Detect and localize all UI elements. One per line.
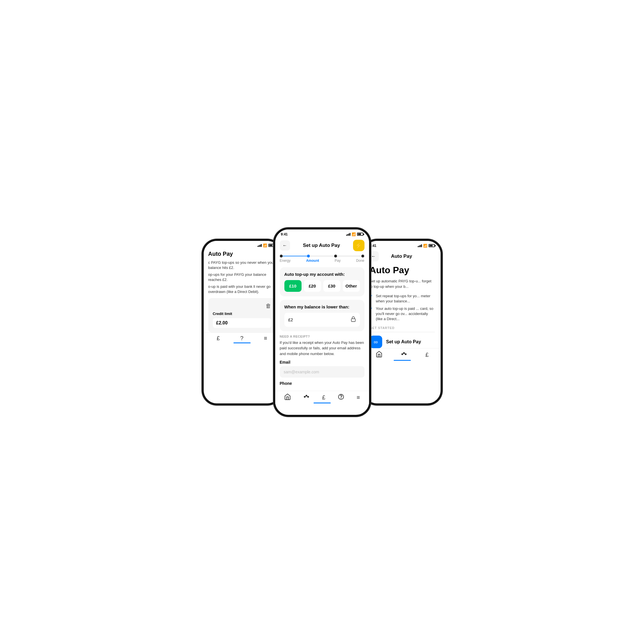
credit-limit-value: £2.00 xyxy=(213,318,271,328)
checklist-text-2: Your auto top-up is paid ... card, so yo… xyxy=(376,306,435,322)
step-label-done: Done xyxy=(356,259,364,263)
nav-balance-icon-left[interactable]: £ xyxy=(217,335,220,342)
infinity-symbol: ∞ xyxy=(374,339,378,345)
email-placeholder: sam@example.com xyxy=(284,370,319,374)
step-line-1 xyxy=(283,256,307,256)
nav-balance-icon-center[interactable]: £ xyxy=(322,394,325,401)
bottom-nav-left: £ ? ≡ xyxy=(204,332,280,344)
phone-label: Phone xyxy=(280,381,364,386)
right-phone: 9:41 📶 ← Au xyxy=(362,239,442,405)
wifi-icon-left: 📶 xyxy=(263,244,267,247)
nav-home-icon-center[interactable] xyxy=(284,393,291,402)
checklist-item-1: ✓ Set repeat top-ups for yo... meter whe… xyxy=(370,294,435,304)
nav-menu-icon-left[interactable]: ≡ xyxy=(264,335,267,342)
nav-menu-icon-center[interactable]: ≡ xyxy=(357,394,360,401)
nav-help-icon-left[interactable]: ? xyxy=(240,335,243,342)
bottom-nav-right: £ xyxy=(364,348,441,362)
get-started-label: GET STARTED xyxy=(370,326,435,330)
step-line-3 xyxy=(337,256,361,256)
delete-icon[interactable]: 🗑 xyxy=(265,303,271,309)
infinity-icon: ∞ xyxy=(370,336,382,348)
lightning-button[interactable]: ⚡ xyxy=(353,240,364,251)
email-input[interactable]: sam@example.com xyxy=(280,366,364,378)
step-label-amount: Amount xyxy=(306,259,319,263)
svg-point-5 xyxy=(341,398,341,399)
email-label: Email xyxy=(280,360,364,364)
progress-steps: Energy Amount Pay Done xyxy=(275,255,369,267)
step-dot-pay xyxy=(334,255,337,257)
balance-display: £2 xyxy=(284,313,360,327)
signal-icon-left xyxy=(257,244,262,247)
wifi-icon-right: 📶 xyxy=(423,244,427,248)
receipt-description: If you'd like a receipt when your Auto P… xyxy=(280,340,364,357)
step-label-pay: Pay xyxy=(335,259,341,263)
left-title: Auto Pay xyxy=(208,251,276,257)
bottom-nav-center: £ ≡ xyxy=(275,391,369,405)
step-line-2 xyxy=(310,256,334,256)
nav-home-icon-right[interactable] xyxy=(376,351,383,359)
wifi-icon-center: 📶 xyxy=(352,232,356,236)
receipt-section: NEED A RECEIPT? If you'd like a receipt … xyxy=(275,335,369,391)
svg-point-8 xyxy=(405,354,406,355)
left-phone: 📶 Auto Pay c PAYG top-ups so you never w… xyxy=(202,239,282,405)
back-arrow-right: ← xyxy=(371,254,376,259)
lock-icon xyxy=(351,316,356,323)
amount-20-button[interactable]: £20 xyxy=(304,280,321,292)
signal-icon-center xyxy=(346,233,350,236)
nav-help-icon-center[interactable] xyxy=(338,393,344,402)
amount-other-button[interactable]: Other xyxy=(343,280,360,292)
svg-rect-0 xyxy=(351,319,355,322)
right-description: Set up automatic PAYG top-u... forget to… xyxy=(370,278,435,290)
svg-point-6 xyxy=(402,354,403,355)
balance-card-title: When my balance is lower than: xyxy=(284,304,360,309)
nav-activity-icon-right[interactable] xyxy=(401,351,407,359)
right-screen-title: Auto Pay xyxy=(391,253,412,259)
amount-30-button[interactable]: £30 xyxy=(323,280,340,292)
battery-icon-center xyxy=(357,233,363,236)
left-subtitle3: o-up is paid with your bank ll never go … xyxy=(208,284,276,294)
status-bar-right: 9:41 📶 xyxy=(364,241,441,249)
main-scene: 📶 Auto Pay c PAYG top-ups so you never w… xyxy=(165,228,479,417)
left-subtitle1: c PAYG top-ups so you never when your ba… xyxy=(208,260,276,270)
step-dot-amount xyxy=(307,255,310,257)
nav-balance-icon-right[interactable]: £ xyxy=(425,352,429,358)
lightning-icon: ⚡ xyxy=(355,242,362,249)
setup-auto-pay-button[interactable]: ∞ Set up Auto Pay xyxy=(370,336,435,348)
back-arrow-center: ← xyxy=(283,243,287,248)
amount-options: £10 £20 £30 Other xyxy=(284,280,360,292)
checklist-text-1: Set repeat top-ups for yo... meter when … xyxy=(376,294,435,304)
credit-limit-label: Credit limit xyxy=(213,312,271,316)
center-header: ← Set up Auto Pay ⚡ xyxy=(275,237,369,255)
center-phone: 9:41 📶 ← Se xyxy=(274,228,371,417)
center-screen-title: Set up Auto Pay xyxy=(303,243,340,248)
step-dot-done xyxy=(361,255,364,257)
credit-limit-card: 🗑 Credit limit £2.00 xyxy=(208,298,276,332)
time-center: 9:41 xyxy=(281,232,288,236)
left-subtitle2: op-ups for your PAYG your balance reache… xyxy=(208,272,276,282)
signal-icon-right xyxy=(418,244,422,247)
status-bar-center: 9:41 📶 xyxy=(275,229,369,237)
checklist-item-2: ✓ Your auto top-up is paid ... card, so … xyxy=(370,306,435,322)
amount-card: Auto top-up my account with: £10 £20 £30… xyxy=(280,267,364,296)
status-bar-left: 📶 xyxy=(204,241,280,248)
nav-activity-icon-center[interactable] xyxy=(303,393,310,402)
amount-10-button[interactable]: £10 xyxy=(284,280,302,292)
balance-value: £2 xyxy=(288,317,293,322)
left-screen-content: Auto Pay c PAYG top-ups so you never whe… xyxy=(204,248,280,332)
svg-point-3 xyxy=(308,396,309,397)
right-big-title: Auto Pay xyxy=(370,265,435,276)
receipt-label: NEED A RECEIPT? xyxy=(280,335,364,338)
battery-icon-right xyxy=(429,244,435,247)
balance-card: When my balance is lower than: £2 xyxy=(280,300,364,331)
step-label-energy: Energy xyxy=(280,259,291,263)
svg-point-1 xyxy=(304,396,305,397)
back-button-center[interactable]: ← xyxy=(280,240,290,251)
step-dot-energy xyxy=(280,255,283,257)
right-screen-content: Auto Pay Set up automatic PAYG top-u... … xyxy=(364,265,441,348)
amount-card-title: Auto top-up my account with: xyxy=(284,272,360,277)
setup-btn-label: Set up Auto Pay xyxy=(386,339,421,344)
right-header: ← Auto Pay xyxy=(364,249,441,265)
